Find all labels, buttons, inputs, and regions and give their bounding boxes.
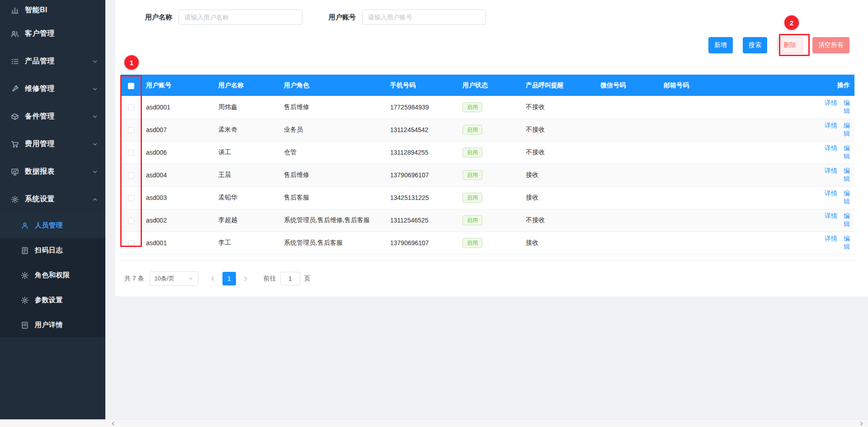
cell-notify: 不接收	[521, 119, 596, 141]
edit-link[interactable]: 编辑	[844, 212, 850, 228]
cell-name: 王晨	[214, 164, 279, 186]
detail-link[interactable]: 详情	[825, 167, 837, 174]
chevron-down-icon	[188, 276, 193, 281]
user-name-label: 用户名称	[145, 13, 172, 22]
cell-phone: 13790696107	[386, 232, 458, 254]
sidebar-item-scan-log[interactable]: 扫码日志	[0, 238, 105, 263]
edit-link[interactable]: 编辑	[844, 122, 850, 137]
edit-link[interactable]: 编辑	[844, 99, 850, 114]
cell-phone: 13112894255	[386, 141, 458, 164]
cell-phone: 13112454542	[386, 119, 458, 141]
horizontal-scrollbar[interactable]	[0, 419, 868, 427]
sidebar-item-personnel[interactable]: 人员管理	[0, 213, 105, 238]
cell-status: 启用	[458, 164, 521, 186]
column-header-name: 用户名称	[214, 75, 279, 96]
cell-role: 系统管理员,售后客服	[279, 232, 386, 254]
sidebar-item-spare-parts[interactable]: 备件管理	[0, 103, 105, 130]
add-button[interactable]: 新增	[708, 37, 733, 53]
cell-notify: 不接收	[521, 141, 596, 164]
sidebar-item-label: 用户详情	[35, 321, 98, 329]
cell-wechat	[596, 232, 659, 254]
sidebar-item-label: 参数设置	[35, 296, 98, 304]
edit-link[interactable]: 编辑	[844, 235, 850, 250]
sidebar-item-customers[interactable]: 客户管理	[0, 20, 105, 47]
sidebar-item-label: 数据报表	[25, 167, 92, 176]
edit-link[interactable]: 编辑	[844, 144, 850, 160]
annotation-step-2-badge: 2	[784, 15, 799, 30]
search-button[interactable]: 搜索	[743, 37, 767, 53]
cell-email	[659, 232, 813, 254]
filter-row: 用户名称 用户账号	[145, 0, 854, 25]
row-checkbox[interactable]	[128, 104, 134, 111]
column-header-role: 用户角色	[279, 75, 386, 96]
status-badge: 启用	[462, 102, 482, 112]
sidebar-item-expenses[interactable]: 费用管理	[0, 130, 105, 158]
sidebar-item-reports[interactable]: 数据报表	[0, 158, 105, 185]
column-header-actions: 操作	[813, 75, 854, 96]
row-checkbox[interactable]	[128, 127, 134, 133]
row-checkbox[interactable]	[128, 218, 134, 224]
edit-link[interactable]: 编辑	[844, 167, 850, 182]
next-page-button[interactable]	[239, 272, 252, 285]
cell-wechat	[596, 164, 659, 186]
chevron-right-icon	[242, 275, 249, 282]
table-row: asd007 孟米奇 业务员 13112454542 启用 不接收 详情 编辑	[121, 119, 854, 141]
status-badge: 启用	[462, 193, 482, 203]
main-area: 用户名称 用户账号 新增 搜索 删除 清空所有	[105, 0, 868, 419]
sidebar-item-user-details[interactable]: 用户详情	[0, 313, 105, 337]
cell-account: asd0001	[142, 96, 214, 119]
total-count-label: 共 7 条	[124, 275, 144, 283]
table-row: asd006 谈工 仓管 13112894255 启用 不接收 详情 编辑	[121, 141, 854, 164]
sidebar-item-roles-permissions[interactable]: 角色和权限	[0, 263, 105, 288]
user-account-input[interactable]	[362, 9, 486, 25]
scroll-left-icon[interactable]	[111, 421, 116, 426]
users-table: 用户账号 用户名称 用户角色 手机号码 用户状态 产品呼叫提醒 微信号码 邮箱号…	[121, 75, 854, 261]
detail-link[interactable]: 详情	[825, 212, 837, 219]
row-checkbox[interactable]	[128, 172, 134, 179]
page-unit-label: 页	[304, 275, 311, 283]
detail-link[interactable]: 详情	[825, 235, 837, 242]
wrench-icon	[11, 85, 19, 93]
sidebar-item-repairs[interactable]: 维修管理	[0, 75, 105, 103]
sidebar-item-label: 扫码日志	[35, 246, 98, 255]
gear-icon	[21, 296, 29, 304]
detail-link[interactable]: 详情	[825, 122, 837, 129]
cell-actions: 详情 编辑	[813, 164, 854, 186]
chevron-left-icon	[210, 275, 216, 282]
row-checkbox[interactable]	[128, 195, 134, 201]
page-number-button[interactable]: 1	[222, 272, 236, 285]
cell-name: 李工	[214, 232, 279, 254]
user-name-input[interactable]	[179, 9, 302, 25]
sidebar-item-parameters[interactable]: 参数设置	[0, 288, 105, 313]
detail-link[interactable]: 详情	[825, 144, 837, 152]
cell-email	[659, 164, 813, 186]
clear-all-button[interactable]: 清空所有	[812, 37, 849, 53]
pagination: 共 7 条 10条/页 1 前往 页	[121, 271, 854, 286]
detail-link[interactable]: 详情	[825, 190, 837, 197]
cell-wechat	[596, 209, 659, 232]
detail-link[interactable]: 详情	[825, 99, 837, 106]
chevron-down-icon	[92, 141, 98, 147]
cell-account: asd006	[142, 141, 214, 164]
sidebar-item-system-settings[interactable]: 系统设置	[0, 185, 105, 213]
edit-link[interactable]: 编辑	[844, 190, 850, 205]
prev-page-button[interactable]	[206, 272, 220, 285]
users-icon	[11, 30, 19, 38]
sidebar-item-bi[interactable]: 智能BI	[0, 0, 105, 20]
cell-account: asd007	[142, 119, 214, 141]
cell-name: 李超越	[214, 209, 279, 232]
scroll-right-icon[interactable]	[859, 421, 864, 426]
page-size-select[interactable]: 10条/页	[150, 271, 198, 286]
sidebar: 智能BI 客户管理 产品管理 维修管理 备件管理	[0, 0, 105, 419]
sidebar-item-products[interactable]: 产品管理	[0, 47, 105, 75]
row-checkbox[interactable]	[128, 240, 134, 247]
chevron-up-icon	[92, 196, 98, 203]
select-all-checkbox[interactable]	[128, 83, 134, 89]
delete-button[interactable]: 删除	[777, 37, 802, 53]
chevron-down-icon	[92, 86, 98, 92]
cell-name: 谈工	[214, 141, 279, 164]
cell-actions: 详情 编辑	[813, 232, 854, 254]
row-checkbox[interactable]	[128, 150, 134, 156]
goto-page-input[interactable]	[280, 272, 300, 285]
cell-actions: 详情 编辑	[813, 119, 854, 141]
